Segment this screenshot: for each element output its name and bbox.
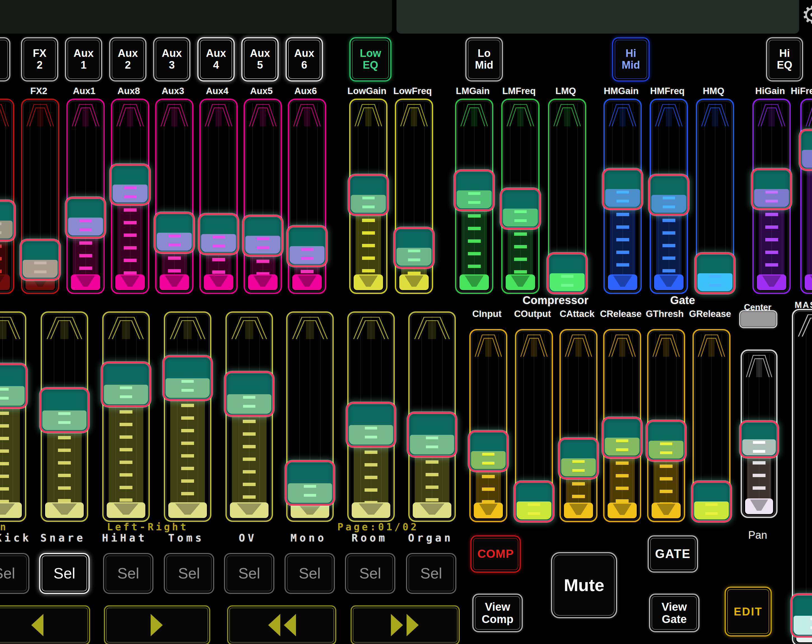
gate-button[interactable]: GATE <box>648 536 698 572</box>
sel-button-1[interactable]: Sel <box>39 553 90 594</box>
fader-thumb-hmgain[interactable] <box>602 168 643 210</box>
fader-toms[interactable] <box>164 311 211 522</box>
mode-button-aux-6[interactable]: Aux 6 <box>285 37 323 81</box>
mode-button-low-eq[interactable]: Low EQ <box>350 37 391 81</box>
fader-thumb-lmfreq[interactable] <box>500 188 541 229</box>
fader-crelease[interactable] <box>603 329 641 522</box>
fader-mono[interactable] <box>286 311 334 522</box>
mode-button-aux-4[interactable]: Aux 4 <box>197 37 235 81</box>
fader-aux6[interactable] <box>288 99 326 294</box>
fader-aux3[interactable] <box>155 99 194 294</box>
sel-button-2[interactable]: Sel <box>103 553 153 594</box>
fader-thumb-gthresh[interactable] <box>646 420 686 461</box>
fader-thumb-fx2[interactable] <box>20 239 61 281</box>
comp-button[interactable]: COMP <box>470 536 521 572</box>
fader-thumb-aux6[interactable] <box>287 225 327 267</box>
sel-button-3[interactable]: Sel <box>164 553 214 594</box>
mode-button-lo-mid[interactable]: Lo Mid <box>466 37 503 81</box>
fader-fx2[interactable] <box>21 99 60 294</box>
fader-thumb-lowgain[interactable] <box>348 174 389 215</box>
fader-thumb-aux8[interactable] <box>110 164 150 205</box>
fader-grelease[interactable] <box>693 329 731 522</box>
fader-thumb-hihat[interactable] <box>101 362 151 407</box>
fader-thumb-lmq[interactable] <box>547 253 588 294</box>
fader-thumb-aux3[interactable] <box>154 212 195 253</box>
fader-gthresh[interactable] <box>647 329 685 522</box>
fader-thumb-coutput[interactable] <box>514 481 554 522</box>
sel-button-6[interactable]: Sel <box>345 553 395 594</box>
fader-thumb-toms[interactable] <box>163 355 212 401</box>
fader-thumb-mono[interactable] <box>285 460 335 506</box>
settings-gear-icon[interactable]: ⚙ <box>801 3 812 27</box>
fader-thumb-hmfreq[interactable] <box>649 174 689 215</box>
fader-ov[interactable] <box>225 311 273 522</box>
fader-hmgain[interactable] <box>603 99 642 294</box>
view-comp-button[interactable]: View Comp <box>472 594 523 632</box>
fader-aux8[interactable] <box>111 99 149 294</box>
fader-cattack[interactable] <box>559 329 598 522</box>
fader-thumb-ov[interactable] <box>224 371 274 417</box>
fader-aux1[interactable] <box>66 99 105 294</box>
fader-lowfreq[interactable] <box>395 99 433 294</box>
mode-button-aux-3[interactable]: Aux 3 <box>153 37 191 81</box>
fader-thumb-higain[interactable] <box>751 168 792 210</box>
fader-strip[interactable] <box>740 349 778 518</box>
fader-thumb-aux1[interactable] <box>65 197 106 238</box>
fader-snare[interactable] <box>41 311 88 522</box>
fader-strip[interactable] <box>0 99 14 294</box>
sel-button-0[interactable]: Sel <box>0 553 29 594</box>
fader-thumb-crelease[interactable] <box>602 417 642 458</box>
fader-thumb-grelease[interactable] <box>691 481 732 522</box>
fader-thumb-strip[interactable] <box>0 200 15 241</box>
fader-strip[interactable] <box>792 309 812 644</box>
fader-lowgain[interactable] <box>349 99 388 294</box>
fader-thumb-room[interactable] <box>346 402 396 447</box>
fader-hihat[interactable] <box>102 311 150 522</box>
fader-thumb-strip[interactable] <box>739 421 779 458</box>
mode-button-aux-2[interactable]: Aux 2 <box>109 37 147 81</box>
prev-channel-button[interactable] <box>0 605 90 644</box>
fader-thumb-strip[interactable] <box>791 594 812 638</box>
mode-button-aux-5[interactable]: Aux 5 <box>241 37 279 81</box>
fader-base <box>474 503 503 518</box>
fader-aux5[interactable] <box>244 99 282 294</box>
mode-button-hi-eq[interactable]: Hi EQ <box>766 37 803 81</box>
sel-button-7[interactable]: Sel <box>406 553 456 594</box>
fader-hmfreq[interactable] <box>650 99 688 294</box>
fader-thumb-kick[interactable] <box>0 363 27 409</box>
mode-button-aux-1[interactable]: Aux 1 <box>65 37 102 81</box>
fader-room[interactable] <box>347 311 395 522</box>
fader-hmq[interactable] <box>696 99 734 294</box>
fader-thumb-organ[interactable] <box>407 412 457 457</box>
fader-thumb-hifreq[interactable] <box>799 129 812 171</box>
sel-button-4[interactable]: Sel <box>224 553 275 594</box>
fader-aux4[interactable] <box>199 99 238 294</box>
fader-thumb-aux4[interactable] <box>198 214 239 255</box>
mode-button-hi-mid[interactable]: Hi Mid <box>612 37 650 81</box>
next-channel-button[interactable] <box>104 605 210 644</box>
fader-kick[interactable] <box>0 311 26 522</box>
prev-page-button[interactable] <box>227 605 336 644</box>
fader-thumb-aux5[interactable] <box>243 215 283 256</box>
mode-button-strip[interactable] <box>0 37 11 81</box>
fader-coutput[interactable] <box>515 329 553 522</box>
fader-thumb-lmgain[interactable] <box>454 170 495 211</box>
view-gate-button[interactable]: View Gate <box>649 594 699 632</box>
fader-hifreq[interactable] <box>800 99 812 294</box>
fader-lmq[interactable] <box>548 99 586 294</box>
fader-thumb-cinput[interactable] <box>468 430 508 472</box>
fader-higain[interactable] <box>752 99 791 294</box>
mode-button-fx-2[interactable]: FX 2 <box>21 37 58 81</box>
fader-thumb-hmq[interactable] <box>694 253 735 294</box>
fader-thumb-lowfreq[interactable] <box>394 227 434 269</box>
next-page-button[interactable] <box>351 605 460 644</box>
fader-lmfreq[interactable] <box>501 99 540 294</box>
fader-lmgain[interactable] <box>455 99 493 294</box>
mute-button[interactable]: Mute <box>551 552 617 618</box>
fader-cinput[interactable] <box>469 329 507 522</box>
fader-thumb-cattack[interactable] <box>558 438 598 479</box>
sel-button-5[interactable]: Sel <box>284 553 335 594</box>
fader-thumb-snare[interactable] <box>40 388 89 433</box>
edit-button[interactable]: EDIT <box>725 587 772 636</box>
fader-organ[interactable] <box>408 311 456 522</box>
